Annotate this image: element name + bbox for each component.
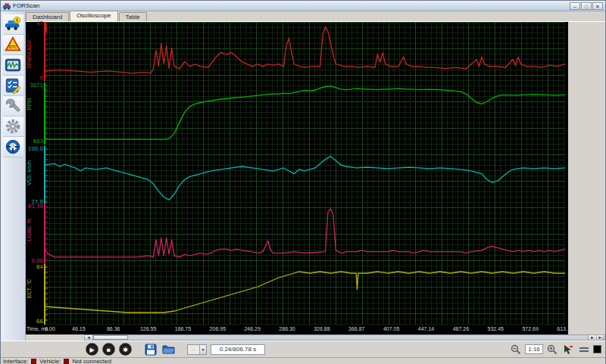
time-scrollbar[interactable]: ◄ ► ►| xyxy=(84,334,605,341)
vehicle-label: Vehicle: xyxy=(39,358,61,364)
plot-area[interactable] xyxy=(44,22,565,325)
axis-value-label: 603 xyxy=(33,138,43,145)
chevron-down-icon: ▾ xyxy=(199,345,206,354)
time-tick-label: 366.87 xyxy=(348,326,364,331)
channel-name-label: VSS, km/h xyxy=(27,160,32,185)
gear-icon xyxy=(5,118,21,135)
time-tick-label: 286.30 xyxy=(279,326,295,331)
car-info-icon: i xyxy=(5,16,21,33)
stop-button[interactable]: ■ xyxy=(102,343,115,356)
scroll-left-button[interactable]: ◄ xyxy=(85,335,93,340)
app-window: FORScan – □ ✕ Dashboard Oscilloscope Tab… xyxy=(0,0,606,364)
lines-icon xyxy=(579,346,589,353)
scroll-right-button[interactable]: ► xyxy=(588,335,596,340)
oscilloscope-icon xyxy=(5,57,21,73)
interface-label: Interface: xyxy=(3,358,28,364)
time-tick-label: 487.26 xyxy=(453,326,469,331)
minimize-button[interactable]: – xyxy=(570,2,580,10)
record-settings-button[interactable]: ✱ xyxy=(119,343,132,356)
vehicle-status-led xyxy=(64,359,69,364)
cursor-icon xyxy=(563,344,573,355)
sidebar-item-configuration[interactable] xyxy=(3,117,23,137)
time-tick-label: 447.14 xyxy=(418,326,434,331)
save-button[interactable] xyxy=(144,343,158,356)
tab-table[interactable]: Table xyxy=(119,12,147,21)
sidebar-item-vehicle-info[interactable]: i xyxy=(3,14,23,35)
wrench-icon xyxy=(5,98,21,114)
scrollbar-thumb[interactable] xyxy=(93,335,128,340)
tab-bar: Dashboard Oscilloscope Table xyxy=(26,11,605,22)
time-tick-label: 206.95 xyxy=(210,326,226,331)
tests-checklist-icon xyxy=(5,77,21,94)
time-position-field[interactable]: 0.24/806.78 s xyxy=(211,344,265,355)
status-bar: Interface: Vehicle: Not connected xyxy=(1,357,605,364)
axis-value-label: 0.00 xyxy=(31,258,43,264)
zoom-out-button[interactable] xyxy=(509,343,523,356)
sample-step-select[interactable]: - ▾ xyxy=(187,344,207,355)
zoom-ratio-field[interactable]: 1:16 xyxy=(525,344,543,354)
channel-name-label: RPM xyxy=(27,98,32,110)
time-tick-label: 407.05 xyxy=(383,326,399,331)
sidebar-item-oscilloscope[interactable] xyxy=(3,55,23,76)
time-tick-label: 166.75 xyxy=(175,326,191,331)
load-button[interactable] xyxy=(161,343,175,356)
tab-dashboard[interactable]: Dashboard xyxy=(26,12,69,21)
channel-name-label: ECT, °C xyxy=(27,279,32,298)
axis-value-label: 100.0 xyxy=(28,146,43,152)
legend-toggle-button[interactable] xyxy=(577,343,591,356)
axis-value-label: 0 xyxy=(40,75,43,81)
time-tick-label: 532.45 xyxy=(488,326,504,331)
scrollbar-track[interactable] xyxy=(128,335,588,340)
sidebar: i DTC xyxy=(1,11,26,341)
dtc-warning-icon: DTC xyxy=(5,36,21,53)
title-bar: FORScan – □ ✕ xyxy=(1,1,605,11)
time-tick-label: 572.69 xyxy=(522,326,538,331)
sidebar-item-dtc[interactable]: DTC xyxy=(3,35,23,55)
steering-wheel-help-icon: ? xyxy=(5,138,21,155)
y-axis-labels: 470SPARKADV, °3071603RPM100.027.0VSS, km… xyxy=(26,22,44,325)
channel-name-label: SPARKADV, ° xyxy=(27,36,32,69)
close-button[interactable]: ✕ xyxy=(592,2,603,10)
svg-text:i: i xyxy=(17,17,18,23)
time-tick-label: 613.15 xyxy=(557,326,573,331)
save-icon xyxy=(145,344,157,356)
sidebar-item-tests[interactable] xyxy=(3,76,23,96)
oscilloscope-toolbar: ▶ ■ ✱ - ▾ 0.24/806.78 s xyxy=(1,341,605,357)
axis-value-label: 84 xyxy=(36,264,43,270)
channel-name-label: LOAD, % xyxy=(27,219,32,241)
play-button[interactable]: ▶ xyxy=(86,343,98,356)
magnifier-plus-icon xyxy=(547,344,558,355)
scroll-end-button[interactable]: ►| xyxy=(596,335,604,340)
connection-status: Not connected xyxy=(72,358,111,364)
time-tick-label: 246.29 xyxy=(244,326,260,331)
svg-text:DTC: DTC xyxy=(9,45,17,49)
axis-value-label: 47 xyxy=(36,20,43,26)
app-icon xyxy=(3,2,11,10)
axis-value-label: 81.38 xyxy=(28,204,43,210)
time-axis-ticks: 0.0046.1586.36126.55166.75206.95246.2928… xyxy=(44,325,565,334)
interface-status-led xyxy=(31,359,36,364)
time-tick-label: 326.88 xyxy=(314,326,330,331)
axis-value-label: 66 xyxy=(36,319,43,325)
tab-oscilloscope[interactable]: Oscilloscope xyxy=(70,11,117,21)
time-tick-label: 126.55 xyxy=(140,326,156,331)
time-tick-label: 46.15 xyxy=(72,326,86,331)
cursor-tool-button[interactable] xyxy=(561,343,575,356)
sidebar-item-service[interactable] xyxy=(3,96,23,117)
time-tick-label: 86.36 xyxy=(107,326,120,331)
time-axis-label: Time, ms xyxy=(27,326,48,331)
magnifier-minus-icon xyxy=(511,344,521,355)
maximize-button[interactable]: □ xyxy=(581,2,592,10)
signal-traces xyxy=(44,22,565,325)
oscilloscope-chart: 470SPARKADV, °3071603RPM100.027.0VSS, km… xyxy=(26,22,568,334)
open-folder-icon xyxy=(162,344,175,355)
sidebar-item-help[interactable]: ? xyxy=(3,137,23,157)
axis-value-label: 3071 xyxy=(30,82,43,89)
background-color-swatch[interactable] xyxy=(593,345,601,353)
window-title: FORScan xyxy=(13,2,39,9)
zoom-in-button[interactable] xyxy=(545,343,559,356)
svg-text:?: ? xyxy=(11,143,15,150)
